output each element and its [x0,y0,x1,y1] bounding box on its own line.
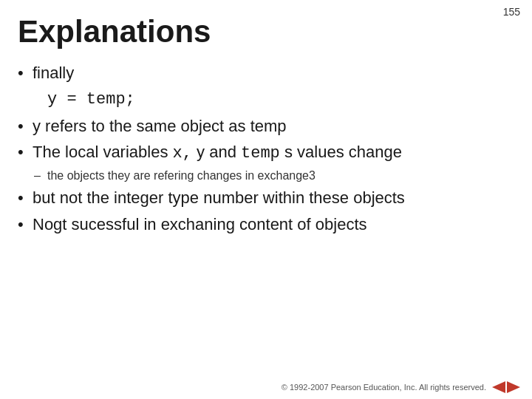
next-button[interactable] [507,381,520,393]
bullet-4: but not the integer type number within t… [18,187,514,209]
sub-bullet: the objects they are refering changes in… [25,169,514,183]
bullet-3: The local variables x, y and temp s valu… [18,141,514,165]
prev-button[interactable] [492,381,505,393]
code-x: x, [173,144,192,163]
bullet-3-text-mid: y and [192,143,241,161]
bullet-3-text-end: s values change [280,143,402,161]
footer: © 1992-2007 Pearson Education, Inc. All … [282,381,520,393]
slide-title: Explanations [18,15,514,49]
bullet-5-text: Nogt sucessful in exchaning content of o… [33,215,367,233]
bullet-1-code: y = temp; [33,89,514,111]
copyright-text: © 1992-2007 Pearson Education, Inc. All … [282,383,486,392]
nav-buttons[interactable] [492,381,520,393]
bullet-2-text: y refers to the same object as temp [33,117,287,135]
slide-content: Explanations finally y = temp; y refers … [18,15,514,369]
bullet-2: y refers to the same object as temp [18,115,514,137]
code-y-temp: y = temp; [47,90,135,109]
bullet-list-2: but not the integer type number within t… [18,187,514,235]
code-temp: temp [241,144,280,163]
bullet-list: finally y = temp; y refers to the same o… [18,62,514,165]
bullet-4-text: but not the integer type number within t… [33,188,405,207]
bullet-5: Nogt sucessful in exchaning content of o… [18,214,514,236]
bullet-1-text: finally [33,64,74,82]
sub-bullet-text: the objects they are refering changes in… [47,169,316,182]
bullet-1: finally [18,62,514,84]
bullet-3-text-before: The local variables [33,143,173,161]
